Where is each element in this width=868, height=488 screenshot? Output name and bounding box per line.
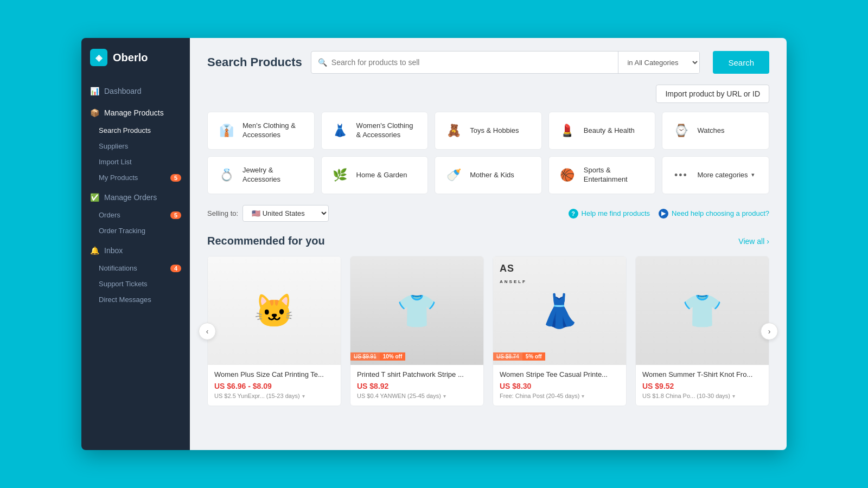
app-logo[interactable]: ◈ Oberlo: [81, 38, 190, 77]
orders-label: Orders: [99, 211, 120, 219]
inbox-icon: 🔔: [90, 246, 99, 255]
category-select[interactable]: in All Categories Men's Clothing Women's…: [618, 52, 699, 73]
search-bar: 🔍 in All Categories Men's Clothing Women…: [311, 51, 700, 74]
mother-kids-icon: 🍼: [444, 165, 463, 185]
category-card-watches[interactable]: ⌚ Watches: [662, 112, 769, 150]
app-name: Oberlo: [113, 52, 148, 64]
help-find-label: Help me find products: [582, 209, 650, 217]
search-products-label: Search Products: [99, 126, 151, 134]
product-price-1: US $6.96 - $8.09: [214, 382, 334, 390]
category-card-jewelry[interactable]: 💍 Jewelry & Accessories: [207, 156, 315, 194]
product-card-4[interactable]: Women Summer T-Shirt Knot Fro... US $9.5…: [635, 256, 769, 406]
my-products-label: My Products: [99, 174, 138, 182]
search-input[interactable]: [331, 58, 612, 67]
manage-products-icon: 📦: [90, 108, 99, 117]
category-card-beauty[interactable]: 💄 Beauty & Health: [548, 112, 656, 150]
category-card-more[interactable]: ••• More categories ▾: [662, 156, 769, 194]
search-button[interactable]: Search: [713, 51, 769, 74]
sidebar-item-search-products[interactable]: Search Products: [99, 123, 190, 138]
supplier-arrow-3: ▾: [582, 393, 584, 399]
sidebar-item-support-tickets[interactable]: Support Tickets: [99, 276, 190, 292]
sports-label: Sports & Entertainment: [584, 166, 647, 184]
discount-badge-3: US $8.74 5% off: [493, 352, 545, 361]
manage-products-label: Manage Products: [104, 108, 164, 117]
dashboard-icon: 📊: [90, 87, 99, 95]
product-supplier-1: US $2.5 YunExpr... (15-23 days) ▾: [214, 393, 334, 399]
sidebar-item-dashboard[interactable]: 📊 Dashboard: [81, 81, 190, 101]
category-card-womens-clothing[interactable]: 👗 Women's Clothing & Accessories: [321, 112, 429, 150]
help-find-products-link[interactable]: ? Help me find products: [569, 209, 650, 219]
direct-messages-label: Direct Messages: [99, 296, 151, 304]
brand-overlay-3: ASANSELF: [500, 263, 527, 286]
product-grid: Women Plus Size Cat Printing Te... US $6…: [207, 256, 769, 406]
carousel-left-arrow[interactable]: ‹: [199, 323, 216, 340]
sidebar-item-inbox[interactable]: 🔔 Inbox: [81, 241, 190, 260]
product-name-4: Women Summer T-Shirt Knot Fro...: [642, 370, 762, 378]
main-content: Search Products 🔍 in All Categories Men'…: [190, 38, 787, 450]
sidebar-item-orders[interactable]: Orders 5: [99, 207, 190, 223]
help-choose-icon: ▶: [659, 209, 668, 219]
product-carousel: ‹ Women Plus Size Cat Printing Te... US …: [207, 256, 769, 406]
mens-clothing-icon: 👔: [216, 121, 236, 140]
category-card-sports[interactable]: 🏀 Sports & Entertainment: [548, 156, 656, 194]
beauty-label: Beauty & Health: [584, 126, 635, 136]
help-choose-product-link[interactable]: ▶ Need help choosing a product?: [659, 209, 769, 219]
jewelry-label: Jewelry & Accessories: [242, 166, 305, 184]
sidebar-item-my-products[interactable]: My Products 5: [99, 170, 190, 185]
product-name-1: Women Plus Size Cat Printing Te...: [214, 370, 334, 378]
supplier-arrow-2: ▾: [443, 393, 446, 399]
original-price-2: US $9.91: [350, 352, 380, 361]
product-card-1[interactable]: Women Plus Size Cat Printing Te... US $6…: [207, 256, 341, 406]
product-name-3: Women Stripe Tee Casual Printe...: [500, 370, 620, 378]
sidebar: ◈ Oberlo 📊 Dashboard 📦 Manage Products: [81, 38, 190, 450]
sidebar-item-manage-products[interactable]: 📦 Manage Products: [81, 103, 190, 123]
category-card-mens-clothing[interactable]: 👔 Men's Clothing & Accessories: [207, 112, 315, 150]
logo-icon: ◈: [90, 49, 107, 66]
carousel-right-arrow[interactable]: ›: [761, 323, 778, 340]
watches-icon: ⌚: [671, 121, 691, 140]
selling-label: Selling to:: [207, 209, 238, 217]
product-supplier-4: US $1.8 China Po... (10-30 days) ▾: [642, 393, 762, 399]
product-info-1: Women Plus Size Cat Printing Te... US $6…: [208, 365, 341, 406]
home-icon: 🌿: [330, 165, 350, 185]
manage-orders-icon: ✅: [90, 193, 99, 202]
mother-kids-label: Mother & Kids: [470, 171, 514, 180]
help-find-icon: ?: [569, 209, 578, 219]
product-info-2: Printed T shirt Patchwork Stripe ... US …: [350, 365, 483, 406]
product-image-4: [636, 256, 769, 365]
sidebar-item-direct-messages[interactable]: Direct Messages: [99, 292, 190, 307]
sidebar-item-import-list[interactable]: Import List: [99, 154, 190, 170]
product-card-3[interactable]: ASANSELF US $8.74 5% off Women Stripe Te…: [493, 256, 627, 406]
watches-label: Watches: [697, 126, 724, 136]
manage-orders-label: Manage Orders: [104, 193, 157, 202]
sidebar-item-order-tracking[interactable]: Order Tracking: [99, 223, 190, 239]
my-products-badge: 5: [170, 174, 181, 182]
selling-row: Selling to: 🇺🇸 United States 🇬🇧 United K…: [207, 205, 769, 222]
suppliers-label: Suppliers: [99, 142, 128, 150]
category-card-mother-kids[interactable]: 🍼 Mother & Kids: [435, 156, 542, 194]
import-url-button[interactable]: Import product by URL or ID: [656, 85, 769, 103]
selling-right: ? Help me find products ▶ Need help choo…: [569, 209, 769, 219]
view-all-link[interactable]: View all ›: [738, 237, 769, 246]
toys-label: Toys & Hobbies: [470, 126, 519, 136]
product-info-4: Women Summer T-Shirt Knot Fro... US $9.5…: [636, 365, 769, 406]
sidebar-item-manage-orders[interactable]: ✅ Manage Orders: [81, 188, 190, 207]
toys-icon: 🧸: [444, 121, 463, 140]
country-select[interactable]: 🇺🇸 United States 🇬🇧 United Kingdom 🇨🇦 Ca…: [242, 205, 329, 222]
inbox-label: Inbox: [104, 246, 123, 255]
notifications-label: Notifications: [99, 264, 137, 272]
page-title: Search Products: [207, 55, 302, 69]
product-card-2[interactable]: US $9.91 10% off Printed T shirt Patchwo…: [350, 256, 484, 406]
dashboard-label: Dashboard: [104, 87, 142, 95]
support-tickets-label: Support Tickets: [99, 280, 148, 288]
product-price-2: US $8.92: [357, 382, 477, 390]
search-icon: 🔍: [318, 58, 327, 67]
product-price-4: US $9.52: [642, 382, 762, 390]
sidebar-item-notifications[interactable]: Notifications 4: [99, 260, 190, 276]
product-supplier-2: US $0.4 YANWEN (25-45 days) ▾: [357, 393, 477, 399]
recommended-header: Recommended for you View all ›: [207, 235, 769, 247]
jewelry-icon: 💍: [216, 165, 236, 185]
category-card-toys[interactable]: 🧸 Toys & Hobbies: [435, 112, 542, 150]
sidebar-item-suppliers[interactable]: Suppliers: [99, 138, 190, 154]
category-card-home[interactable]: 🌿 Home & Garden: [321, 156, 429, 194]
